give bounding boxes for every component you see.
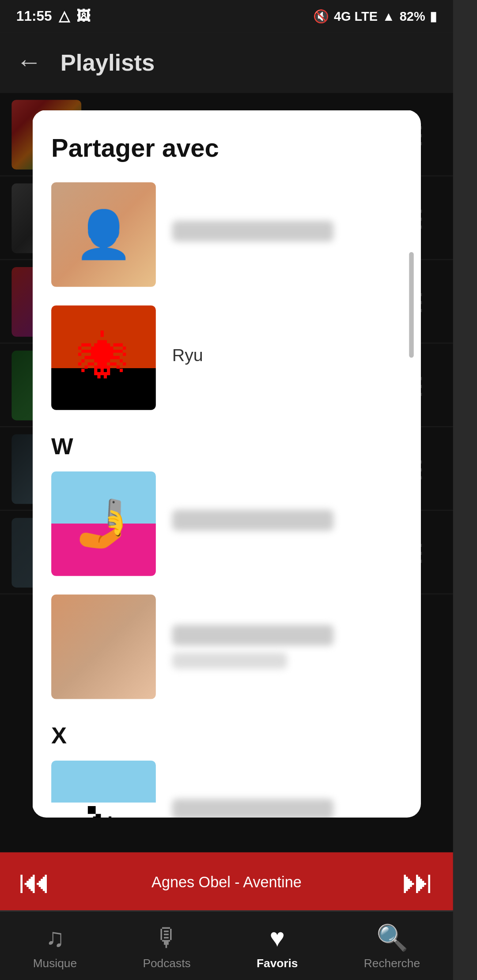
- page-title: Playlists: [61, 49, 155, 76]
- contact-name-blurred-ryu: Ryu: [172, 344, 275, 364]
- contact-item-face1[interactable]: [51, 182, 402, 287]
- favoris-label: Favoris: [257, 956, 298, 969]
- bottom-navigation: ♫ Musique 🎙 Podcasts ♥ Favoris 🔍 Recherc…: [0, 910, 453, 980]
- status-bar: 11:55 △ 🖼 🔇 4G LTE ▲ 82% ▮: [0, 0, 453, 33]
- photo-icon: 🖼: [76, 8, 91, 24]
- signal-bars: ▲: [382, 9, 395, 23]
- nav-item-musique[interactable]: ♫ Musique: [19, 916, 91, 976]
- contact-name-blurred-w2: [172, 625, 333, 645]
- section-letter-w: W: [51, 433, 402, 460]
- podcasts-icon: 🎙: [154, 923, 180, 953]
- player-next-button[interactable]: ⏭: [402, 862, 435, 901]
- mute-icon: 🔇: [313, 9, 329, 24]
- signal-label: 4G LTE: [334, 9, 378, 23]
- podcasts-label: Podcasts: [143, 956, 190, 969]
- contact-avatar-w2: [51, 595, 156, 699]
- modal-title: Partager avec: [51, 133, 402, 163]
- contact-item-spiderman[interactable]: Ryu: [51, 305, 402, 410]
- contact-name-blurred-1: [172, 221, 333, 241]
- back-button[interactable]: ←: [16, 48, 42, 78]
- section-letter-x: X: [51, 722, 402, 749]
- contact-item-x1[interactable]: [51, 761, 402, 818]
- time-display: 11:55: [16, 8, 52, 24]
- player-bar: ⏮ Agnes Obel - Aventine ⏭: [0, 852, 453, 911]
- contact-avatar-spiderman: [51, 305, 156, 410]
- scroll-indicator: [409, 252, 414, 358]
- battery-icon: ▮: [430, 9, 437, 24]
- cloud-icon: △: [59, 8, 69, 24]
- app-bar: ← Playlists: [0, 33, 453, 93]
- favoris-icon: ♥: [270, 923, 285, 953]
- contact-item-w1[interactable]: [51, 471, 402, 576]
- musique-icon: ♫: [45, 923, 64, 953]
- recherche-icon: 🔍: [376, 923, 408, 953]
- battery-label: 82%: [400, 9, 425, 23]
- musique-label: Musique: [33, 956, 77, 969]
- nav-item-favoris[interactable]: ♥ Favoris: [242, 916, 312, 976]
- player-prev-button[interactable]: ⏮: [19, 862, 51, 901]
- recherche-label: Recherche: [364, 956, 420, 969]
- status-left: 11:55 △ 🖼: [16, 8, 91, 24]
- contact-avatar-face1: [51, 182, 156, 287]
- nav-item-podcasts[interactable]: 🎙 Podcasts: [129, 916, 204, 976]
- contact-name-blurred-w1: [172, 510, 333, 531]
- status-right: 🔇 4G LTE ▲ 82% ▮: [313, 9, 437, 24]
- contact-item-w2[interactable]: [51, 595, 402, 699]
- share-modal: Partager avec Ryu W X Y: [33, 110, 421, 818]
- contact-avatar-x1: [51, 761, 156, 818]
- player-track-name: Agnes Obel - Aventine: [51, 873, 402, 890]
- nav-item-recherche[interactable]: 🔍 Recherche: [350, 916, 434, 976]
- contact-name-blurred-x1: [172, 799, 333, 818]
- contact-sub-blurred-w2: [172, 652, 287, 669]
- player-track-info: Agnes Obel - Aventine: [51, 873, 402, 890]
- contact-avatar-w1: [51, 471, 156, 576]
